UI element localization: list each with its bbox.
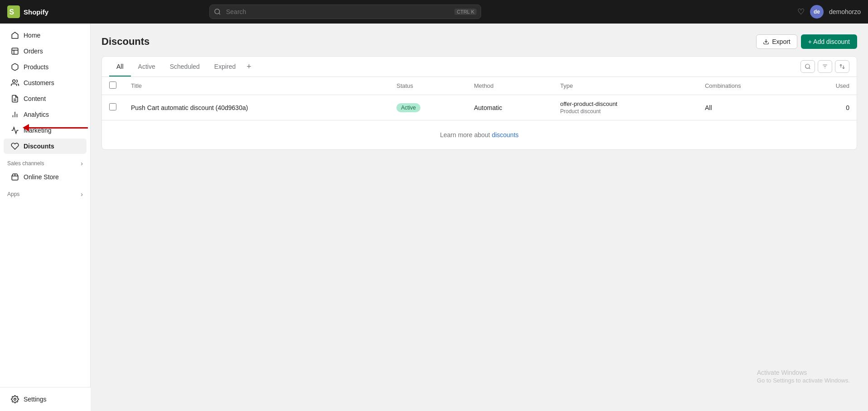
sidebar-item-label: Orders xyxy=(24,48,43,55)
sidebar-item-label: Products xyxy=(24,63,48,71)
page-actions: Export + Add discount xyxy=(756,34,857,49)
marketing-icon xyxy=(11,126,19,134)
sort-icon xyxy=(839,63,845,70)
export-label: Export xyxy=(772,38,790,45)
discounts-learn-more-link[interactable]: discounts xyxy=(492,131,519,139)
row-checkbox-cell xyxy=(102,95,124,120)
search-input[interactable] xyxy=(209,5,481,19)
avatar[interactable]: de xyxy=(810,5,824,19)
discount-type-cell: offer-product-discount Product discount xyxy=(553,95,698,120)
sidebar-item-label: Marketing xyxy=(24,127,51,134)
export-icon xyxy=(763,38,769,45)
learn-more-section: Learn more about discounts xyxy=(102,120,857,149)
filter-icon xyxy=(822,63,828,70)
select-all-header xyxy=(102,77,124,95)
tabs-bar: All Active Scheduled Expired + xyxy=(102,57,857,77)
sidebar-item-discounts[interactable]: Discounts xyxy=(4,139,87,154)
shopify-logo[interactable]: S Shopify xyxy=(7,5,48,18)
discount-method-cell: Automatic xyxy=(467,95,553,120)
row-checkbox[interactable] xyxy=(109,103,116,110)
status-column-header: Status xyxy=(389,77,467,95)
page-title: Discounts xyxy=(101,36,149,48)
discount-status-cell: Active xyxy=(389,95,467,120)
analytics-icon xyxy=(11,110,19,119)
sales-channels-chevron-icon[interactable]: › xyxy=(81,160,83,167)
tab-all[interactable]: All xyxy=(109,57,131,76)
discount-title-cell: Push Cart automatic discount (40d9630a) xyxy=(124,95,389,120)
search-shortcut: CTRL K xyxy=(454,9,477,15)
sidebar-bottom: Settings xyxy=(0,387,91,411)
type-column-header: Type xyxy=(553,77,698,95)
sidebar-item-label: Online Store xyxy=(24,173,59,181)
sidebar-item-label: Settings xyxy=(24,396,47,403)
learn-more-text: Learn more about xyxy=(440,131,492,139)
main-content: Discounts Export + Add discount All Acti… xyxy=(91,24,868,411)
combinations-column-header: Combinations xyxy=(698,77,800,95)
sidebar-item-label: Home xyxy=(24,32,40,39)
tab-active[interactable]: Active xyxy=(131,57,163,76)
status-badge: Active xyxy=(396,103,420,112)
svg-point-10 xyxy=(14,398,16,401)
page-header: Discounts Export + Add discount xyxy=(101,34,857,49)
sort-button[interactable] xyxy=(835,60,849,73)
apps-section: Apps › xyxy=(0,185,90,200)
add-discount-button[interactable]: + Add discount xyxy=(801,34,857,49)
add-discount-label: + Add discount xyxy=(808,38,850,45)
sales-channels-label: Sales channels xyxy=(7,160,44,167)
username: demohorzo xyxy=(829,8,861,15)
sidebar-item-label: Content xyxy=(24,95,46,102)
search-bar: CTRL K xyxy=(209,5,481,19)
svg-rect-3 xyxy=(12,48,18,54)
discount-used-cell: 0 xyxy=(800,95,857,120)
topnav: S Shopify CTRL K ♡ de demohorzo xyxy=(0,0,868,24)
products-icon xyxy=(11,63,19,71)
discount-type-secondary: Product discount xyxy=(560,108,690,115)
search-icon xyxy=(214,8,221,15)
settings-icon xyxy=(11,395,19,403)
sidebar-item-marketing[interactable]: Marketing xyxy=(4,123,87,138)
orders-icon xyxy=(11,47,19,55)
sidebar-item-online-store[interactable]: Online Store xyxy=(4,169,87,185)
tab-scheduled[interactable]: Scheduled xyxy=(163,57,207,76)
search-filter-button[interactable] xyxy=(800,60,815,73)
discounts-card: All Active Scheduled Expired + xyxy=(101,56,857,150)
svg-point-12 xyxy=(805,64,810,68)
apps-label: Apps xyxy=(7,191,19,197)
filter-button[interactable] xyxy=(818,60,832,73)
topnav-actions: ♡ de demohorzo xyxy=(797,5,861,19)
sidebar-item-content[interactable]: Content xyxy=(4,91,87,106)
discount-combinations-cell: All xyxy=(698,95,800,120)
sidebar: Home Orders Products Customers Content A… xyxy=(0,24,91,411)
sales-channels-section: Sales channels › xyxy=(0,154,90,169)
discounts-table: Title Status Method Type Combinations Us… xyxy=(102,77,857,120)
notifications-icon[interactable]: ♡ xyxy=(797,7,805,17)
export-button[interactable]: Export xyxy=(756,34,797,49)
method-column-header: Method xyxy=(467,77,553,95)
svg-point-4 xyxy=(13,80,15,82)
sidebar-item-label: Analytics xyxy=(24,111,49,118)
sidebar-item-settings[interactable]: Settings xyxy=(4,392,87,407)
sidebar-item-analytics[interactable]: Analytics xyxy=(4,107,87,122)
sidebar-item-orders[interactable]: Orders xyxy=(4,43,87,59)
discount-type-primary: offer-product-discount xyxy=(560,100,690,107)
sidebar-item-label: Customers xyxy=(24,79,54,86)
apps-chevron-icon[interactable]: › xyxy=(81,191,83,198)
select-all-checkbox[interactable] xyxy=(109,81,116,89)
used-column-header: Used xyxy=(800,77,857,95)
tab-add-button[interactable]: + xyxy=(243,57,255,76)
sidebar-item-products[interactable]: Products xyxy=(4,59,87,75)
logo-text: Shopify xyxy=(24,8,48,16)
svg-point-2 xyxy=(215,9,220,14)
tab-expired[interactable]: Expired xyxy=(207,57,243,76)
title-column-header: Title xyxy=(124,77,389,95)
home-icon xyxy=(11,31,19,39)
svg-text:S: S xyxy=(9,8,14,16)
customers-icon xyxy=(11,79,19,87)
content-icon xyxy=(11,95,19,103)
discount-title-link[interactable]: Push Cart automatic discount (40d9630a) xyxy=(131,104,248,111)
sidebar-item-customers[interactable]: Customers xyxy=(4,75,87,91)
table-row: Push Cart automatic discount (40d9630a) … xyxy=(102,95,857,120)
discounts-icon xyxy=(11,142,19,150)
search-icon xyxy=(805,63,811,70)
sidebar-item-home[interactable]: Home xyxy=(4,28,87,43)
